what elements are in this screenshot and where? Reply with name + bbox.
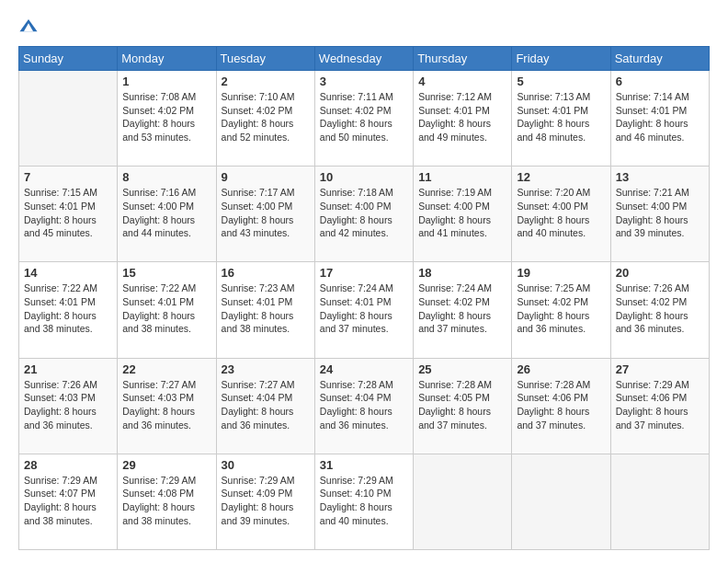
day-info: Sunrise: 7:29 AM Sunset: 4:08 PM Dayligh…: [122, 474, 210, 528]
day-info: Sunrise: 7:28 AM Sunset: 4:04 PM Dayligh…: [320, 378, 408, 432]
weekday-header-friday: Friday: [512, 47, 610, 71]
day-number: 22: [122, 362, 210, 376]
weekday-header-monday: Monday: [118, 47, 216, 71]
day-info: Sunrise: 7:25 AM Sunset: 4:02 PM Dayligh…: [517, 282, 605, 336]
day-number: 17: [320, 266, 408, 280]
calendar-cell: 16Sunrise: 7:23 AM Sunset: 4:01 PM Dayli…: [216, 262, 314, 358]
day-info: Sunrise: 7:22 AM Sunset: 4:01 PM Dayligh…: [122, 282, 210, 336]
day-info: Sunrise: 7:15 AM Sunset: 4:01 PM Dayligh…: [24, 186, 112, 240]
calendar-cell: 7Sunrise: 7:15 AM Sunset: 4:01 PM Daylig…: [19, 167, 118, 262]
day-info: Sunrise: 7:12 AM Sunset: 4:01 PM Dayligh…: [418, 90, 506, 144]
day-info: Sunrise: 7:24 AM Sunset: 4:02 PM Dayligh…: [418, 282, 506, 336]
calendar-cell: 25Sunrise: 7:28 AM Sunset: 4:05 PM Dayli…: [414, 358, 512, 454]
calendar-cell: 11Sunrise: 7:19 AM Sunset: 4:00 PM Dayli…: [414, 167, 512, 262]
day-info: Sunrise: 7:19 AM Sunset: 4:00 PM Dayligh…: [418, 186, 506, 240]
day-number: 7: [24, 170, 112, 184]
day-number: 11: [418, 170, 506, 184]
calendar-cell: [512, 454, 610, 549]
day-number: 20: [616, 266, 704, 280]
calendar-cell: 24Sunrise: 7:28 AM Sunset: 4:04 PM Dayli…: [314, 358, 413, 454]
day-info: Sunrise: 7:29 AM Sunset: 4:09 PM Dayligh…: [222, 474, 310, 528]
day-info: Sunrise: 7:18 AM Sunset: 4:00 PM Dayligh…: [320, 186, 408, 240]
day-number: 9: [222, 170, 310, 184]
day-info: Sunrise: 7:16 AM Sunset: 4:00 PM Dayligh…: [122, 186, 210, 240]
day-number: 13: [616, 170, 704, 184]
calendar-cell: 10Sunrise: 7:18 AM Sunset: 4:00 PM Dayli…: [314, 167, 413, 262]
day-number: 14: [24, 266, 112, 280]
calendar-cell: 13Sunrise: 7:21 AM Sunset: 4:00 PM Dayli…: [610, 167, 709, 262]
day-info: Sunrise: 7:27 AM Sunset: 4:04 PM Dayligh…: [222, 378, 310, 432]
calendar-cell: 27Sunrise: 7:29 AM Sunset: 4:06 PM Dayli…: [610, 358, 709, 454]
calendar-cell: 17Sunrise: 7:24 AM Sunset: 4:01 PM Dayli…: [314, 262, 413, 358]
day-info: Sunrise: 7:27 AM Sunset: 4:03 PM Dayligh…: [122, 378, 210, 432]
calendar-cell: 14Sunrise: 7:22 AM Sunset: 4:01 PM Dayli…: [19, 262, 118, 358]
weekday-header-sunday: Sunday: [19, 47, 118, 71]
day-number: 23: [222, 362, 310, 376]
day-info: Sunrise: 7:21 AM Sunset: 4:00 PM Dayligh…: [616, 186, 704, 240]
weekday-header-row: SundayMondayTuesdayWednesdayThursdayFrid…: [19, 47, 710, 71]
calendar-cell: 29Sunrise: 7:29 AM Sunset: 4:08 PM Dayli…: [118, 454, 216, 549]
day-number: 5: [517, 75, 605, 88]
day-number: 12: [517, 170, 605, 184]
header: [18, 17, 710, 37]
day-number: 15: [122, 266, 210, 280]
day-number: 19: [517, 266, 605, 280]
calendar-cell: 6Sunrise: 7:14 AM Sunset: 4:01 PM Daylig…: [610, 71, 709, 167]
day-info: Sunrise: 7:28 AM Sunset: 4:05 PM Dayligh…: [418, 378, 506, 432]
day-info: Sunrise: 7:10 AM Sunset: 4:02 PM Dayligh…: [222, 90, 310, 144]
calendar-cell: 20Sunrise: 7:26 AM Sunset: 4:02 PM Dayli…: [610, 262, 709, 358]
logo-icon: [18, 17, 39, 37]
day-number: 29: [122, 458, 210, 472]
weekday-header-wednesday: Wednesday: [314, 47, 413, 71]
day-number: 31: [320, 458, 408, 472]
day-number: 18: [418, 266, 506, 280]
calendar-cell: 23Sunrise: 7:27 AM Sunset: 4:04 PM Dayli…: [216, 358, 314, 454]
calendar-cell: 26Sunrise: 7:28 AM Sunset: 4:06 PM Dayli…: [512, 358, 610, 454]
weekday-header-tuesday: Tuesday: [216, 47, 314, 71]
calendar-cell: 2Sunrise: 7:10 AM Sunset: 4:02 PM Daylig…: [216, 71, 314, 167]
calendar-cell: 31Sunrise: 7:29 AM Sunset: 4:10 PM Dayli…: [314, 454, 413, 549]
day-number: 28: [24, 458, 112, 472]
calendar-cell: 5Sunrise: 7:13 AM Sunset: 4:01 PM Daylig…: [512, 71, 610, 167]
day-info: Sunrise: 7:11 AM Sunset: 4:02 PM Dayligh…: [320, 90, 408, 144]
calendar-cell: 1Sunrise: 7:08 AM Sunset: 4:02 PM Daylig…: [118, 71, 216, 167]
day-number: 30: [222, 458, 310, 472]
calendar-cell: 30Sunrise: 7:29 AM Sunset: 4:09 PM Dayli…: [216, 454, 314, 549]
day-info: Sunrise: 7:28 AM Sunset: 4:06 PM Dayligh…: [517, 378, 605, 432]
day-info: Sunrise: 7:14 AM Sunset: 4:01 PM Dayligh…: [616, 90, 704, 144]
day-number: 10: [320, 170, 408, 184]
calendar-week-5: 28Sunrise: 7:29 AM Sunset: 4:07 PM Dayli…: [19, 454, 710, 549]
calendar-week-1: 1Sunrise: 7:08 AM Sunset: 4:02 PM Daylig…: [19, 71, 710, 167]
day-number: 16: [222, 266, 310, 280]
day-info: Sunrise: 7:17 AM Sunset: 4:00 PM Dayligh…: [222, 186, 310, 240]
day-info: Sunrise: 7:29 AM Sunset: 4:10 PM Dayligh…: [320, 474, 408, 528]
calendar-cell: 28Sunrise: 7:29 AM Sunset: 4:07 PM Dayli…: [19, 454, 118, 549]
calendar-cell: 18Sunrise: 7:24 AM Sunset: 4:02 PM Dayli…: [414, 262, 512, 358]
calendar-cell: 3Sunrise: 7:11 AM Sunset: 4:02 PM Daylig…: [314, 71, 413, 167]
day-number: 4: [418, 75, 506, 88]
day-info: Sunrise: 7:26 AM Sunset: 4:03 PM Dayligh…: [24, 378, 112, 432]
calendar-cell: 19Sunrise: 7:25 AM Sunset: 4:02 PM Dayli…: [512, 262, 610, 358]
day-number: 21: [24, 362, 112, 376]
day-info: Sunrise: 7:20 AM Sunset: 4:00 PM Dayligh…: [517, 186, 605, 240]
day-info: Sunrise: 7:23 AM Sunset: 4:01 PM Dayligh…: [222, 282, 310, 336]
calendar-cell: [19, 71, 118, 167]
day-info: Sunrise: 7:24 AM Sunset: 4:01 PM Dayligh…: [320, 282, 408, 336]
calendar-cell: 9Sunrise: 7:17 AM Sunset: 4:00 PM Daylig…: [216, 167, 314, 262]
weekday-header-thursday: Thursday: [414, 47, 512, 71]
day-number: 27: [616, 362, 704, 376]
day-info: Sunrise: 7:22 AM Sunset: 4:01 PM Dayligh…: [24, 282, 112, 336]
day-number: 2: [222, 75, 310, 88]
page: SundayMondayTuesdayWednesdayThursdayFrid…: [0, 0, 728, 563]
day-info: Sunrise: 7:13 AM Sunset: 4:01 PM Dayligh…: [517, 90, 605, 144]
day-number: 8: [122, 170, 210, 184]
calendar-week-4: 21Sunrise: 7:26 AM Sunset: 4:03 PM Dayli…: [19, 358, 710, 454]
day-info: Sunrise: 7:29 AM Sunset: 4:07 PM Dayligh…: [24, 474, 112, 528]
calendar-cell: 15Sunrise: 7:22 AM Sunset: 4:01 PM Dayli…: [118, 262, 216, 358]
calendar-cell: 22Sunrise: 7:27 AM Sunset: 4:03 PM Dayli…: [118, 358, 216, 454]
weekday-header-saturday: Saturday: [610, 47, 709, 71]
calendar-cell: 8Sunrise: 7:16 AM Sunset: 4:00 PM Daylig…: [118, 167, 216, 262]
day-number: 6: [616, 75, 704, 88]
calendar-cell: 21Sunrise: 7:26 AM Sunset: 4:03 PM Dayli…: [19, 358, 118, 454]
calendar-cell: [414, 454, 512, 549]
